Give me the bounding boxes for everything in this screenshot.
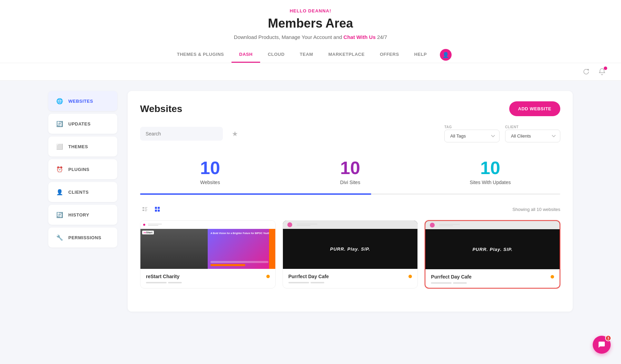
thumb-dots <box>143 224 145 226</box>
notification-button[interactable] <box>597 67 607 77</box>
site-name-row-restart: reStart Charity <box>146 274 270 279</box>
orange-bar <box>269 229 275 269</box>
tag-filter-group: TAG All Tags <box>444 125 500 142</box>
site-card-restart[interactable]: reStart A Bold Vision for a Brighter Fut… <box>140 220 276 289</box>
list-view-toggle[interactable] <box>140 204 150 214</box>
thumb-overlay-bar <box>140 221 275 229</box>
site-bar-5 <box>431 282 452 284</box>
content-area: Websites ADD WEBSITE ★ TAG All Tags CLIE… <box>128 91 573 312</box>
svg-rect-0 <box>142 207 144 209</box>
sidebar-item-history[interactable]: 🔄 HISTORY <box>48 205 117 225</box>
site-name-row-purr-2: Purrfect Day Cafe <box>431 274 554 280</box>
site-status-dot-purr-2 <box>551 275 554 279</box>
thumb-overlay-bar-3 <box>425 221 560 229</box>
themes-icon: ⬜ <box>56 143 63 150</box>
restart-text-area: A Bold Vision for a Brighter Future for … <box>208 229 275 269</box>
svg-rect-3 <box>145 208 147 209</box>
client-filter-group: CLIENT All Clients <box>505 125 560 142</box>
sidebar-label-clients: CLIENTS <box>68 190 89 195</box>
sidebar-label-updates: UPDATES <box>68 121 91 127</box>
nav-item-help[interactable]: HELP <box>407 47 435 63</box>
site-bars-purr-2 <box>431 282 554 284</box>
sidebar-label-plugins: PLUGINS <box>68 167 89 172</box>
sidebar-item-plugins[interactable]: ⏰ PLUGINS <box>48 159 117 179</box>
user-avatar[interactable]: 👤 <box>440 49 452 61</box>
svg-rect-7 <box>158 207 160 209</box>
restart-cta-bar-1 <box>210 261 268 263</box>
showing-text: Showing all 10 websites <box>512 207 560 212</box>
plugins-icon: ⏰ <box>56 165 63 173</box>
thumb-lines-3 <box>439 224 460 226</box>
svg-rect-4 <box>145 210 147 210</box>
nav-item-dash[interactable]: DASH <box>231 47 260 63</box>
notification-badge <box>604 67 607 70</box>
purr-thumbnail-bg-1: PURR. Play. SIP. <box>283 221 418 269</box>
main-nav: THEMES & PLUGINS DASH CLOUD TEAM MARKETP… <box>0 47 621 63</box>
content-header: Websites ADD WEBSITE <box>140 101 560 116</box>
site-bar-6 <box>453 282 467 284</box>
nav-item-themes-plugins[interactable]: THEMES & PLUGINS <box>169 47 232 63</box>
site-bar-3 <box>288 282 309 283</box>
nav-item-marketplace[interactable]: MARKETPLACE <box>321 47 372 63</box>
svg-rect-6 <box>155 207 157 209</box>
client-filter-select[interactable]: All Clients <box>505 130 560 142</box>
nav-item-offers[interactable]: OFFERS <box>372 47 407 63</box>
view-toggles <box>140 204 162 214</box>
thumb-line-6 <box>439 225 453 226</box>
tag-filter-select[interactable]: All Tags <box>444 130 500 142</box>
add-website-button[interactable]: ADD WEBSITE <box>509 101 561 116</box>
site-bar-1 <box>146 282 167 283</box>
site-name-row-purr-1: Purrfect Day Cafe <box>288 274 412 279</box>
subtitle-after: 24/7 <box>376 34 387 40</box>
nav-item-cloud[interactable]: CLOUD <box>260 47 292 63</box>
site-bar-2 <box>168 282 182 283</box>
site-info-restart: reStart Charity <box>140 269 275 287</box>
sidebar-item-clients[interactable]: 👤 CLIENTS <box>48 182 117 202</box>
sidebar-item-themes[interactable]: ⬜ THEMES <box>48 136 117 156</box>
site-card-purr-1[interactable]: PURR. Play. SIP. Purrfect Day Cafe <box>283 220 418 289</box>
filters-row: ★ TAG All Tags CLIENT All Clients <box>140 125 560 142</box>
list-view-icon <box>142 206 148 212</box>
nav-item-team[interactable]: TEAM <box>292 47 321 63</box>
site-card-purr-2[interactable]: PURR. Play. SIP. Purrfect Day Cafe <box>425 220 560 289</box>
refresh-button[interactable] <box>581 67 591 77</box>
sidebar-label-history: HISTORY <box>68 212 89 218</box>
thumb-lines <box>148 224 162 226</box>
sidebar-item-websites[interactable]: 🌐 WEBSITES <box>48 91 117 111</box>
site-status-dot-restart <box>266 275 270 278</box>
stat-divi-label: Divi Sites <box>280 180 420 185</box>
purr-text-2: PURR. Play. SIP. <box>472 247 512 252</box>
sidebar: 🌐 WEBSITES 🔄 UPDATES ⬜ THEMES ⏰ PLUGINS … <box>48 91 117 312</box>
thumb-lines-2 <box>297 224 317 226</box>
client-filter-label: CLIENT <box>505 125 560 129</box>
stats-row: 10 Websites 10 Divi Sites 10 Sites With … <box>140 152 560 193</box>
sidebar-item-updates[interactable]: 🔄 UPDATES <box>48 114 117 134</box>
stat-updates-label: Sites With Updates <box>420 180 560 185</box>
updates-icon: 🔄 <box>56 120 63 128</box>
sidebar-label-permissions: PERMISSIONS <box>68 235 101 240</box>
page-title: Members Area <box>0 16 621 31</box>
clients-icon: 👤 <box>56 188 63 196</box>
grid-view-toggle[interactable] <box>152 204 162 214</box>
page-header: HELLO DEANNA! Members Area Download Prod… <box>0 0 621 63</box>
stat-divi-number: 10 <box>280 159 420 177</box>
site-bars-restart <box>146 282 270 283</box>
restart-person-area: reStart <box>140 229 208 269</box>
main-layout: 🌐 WEBSITES 🔄 UPDATES ⬜ THEMES ⏰ PLUGINS … <box>0 81 621 322</box>
sidebar-label-themes: THEMES <box>68 144 88 149</box>
sidebar-item-permissions[interactable]: 🔧 PERMISSIONS <box>48 228 117 247</box>
svg-rect-1 <box>142 210 144 211</box>
progress-bar <box>140 193 560 195</box>
restart-bold-text: A Bold Vision for a Brighter Future for … <box>210 232 272 235</box>
search-input[interactable] <box>140 127 223 141</box>
stat-websites-number: 10 <box>140 159 280 177</box>
thumb-line-5 <box>439 224 460 225</box>
chat-widget[interactable]: 3 <box>593 336 611 354</box>
stat-websites: 10 Websites <box>140 152 280 193</box>
greeting-text: HELLO DEANNA! <box>0 8 621 13</box>
chat-link[interactable]: Chat With Us <box>344 34 376 40</box>
avatar-icon: 👤 <box>442 52 449 58</box>
favorites-filter-button[interactable]: ★ <box>228 127 241 140</box>
sidebar-label-websites: WEBSITES <box>68 99 93 104</box>
purr-text-1: PURR. Play. SIP. <box>330 246 370 252</box>
